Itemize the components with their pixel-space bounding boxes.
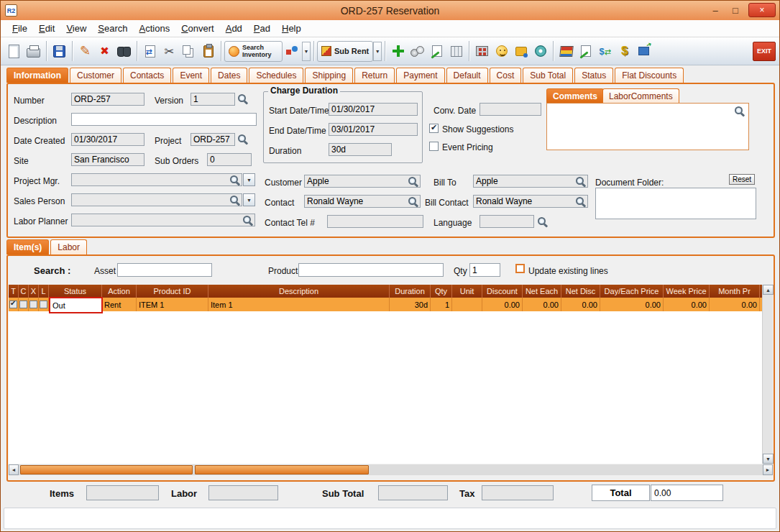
cell-unit[interactable] bbox=[452, 298, 482, 311]
money-button[interactable] bbox=[615, 41, 634, 62]
event-pricing-checkbox[interactable] bbox=[429, 142, 439, 151]
cell-action[interactable]: Rent bbox=[102, 298, 137, 311]
cut-button[interactable]: ✂ bbox=[160, 41, 179, 62]
horizontal-scrollbar[interactable] bbox=[9, 464, 773, 475]
status-cell-editor[interactable]: Out bbox=[49, 297, 103, 313]
scroll-down-icon[interactable] bbox=[763, 454, 774, 464]
search-inventory-button[interactable]: Search Inventory bbox=[224, 41, 283, 62]
customer-search-icon[interactable] bbox=[408, 176, 418, 187]
vertical-scrollbar[interactable] bbox=[762, 285, 773, 464]
asset-input[interactable] bbox=[117, 263, 212, 277]
labor-planner-field[interactable] bbox=[71, 214, 255, 226]
sales-person-search-icon[interactable] bbox=[229, 195, 240, 206]
paste-button[interactable] bbox=[198, 41, 218, 62]
customer-field[interactable] bbox=[304, 175, 421, 188]
tab-labor-comments[interactable]: LaborComments bbox=[602, 88, 679, 103]
find-button[interactable] bbox=[114, 41, 134, 62]
project-search-icon[interactable] bbox=[237, 134, 248, 145]
sales-person-field[interactable] bbox=[71, 193, 242, 206]
tab-shipping[interactable]: Shipping bbox=[305, 68, 353, 83]
comments-search-icon[interactable] bbox=[734, 106, 745, 116]
disc-button[interactable] bbox=[531, 41, 550, 62]
contact-field[interactable] bbox=[304, 195, 421, 208]
bill-contact-search-icon[interactable] bbox=[575, 196, 586, 207]
version-field[interactable] bbox=[191, 93, 235, 106]
header-cell[interactable]: L bbox=[39, 285, 49, 298]
handtruck-button[interactable] bbox=[511, 41, 531, 62]
header-cell[interactable]: Description bbox=[208, 285, 390, 298]
header-cell[interactable]: T bbox=[9, 285, 19, 298]
cell-day-each-price[interactable]: 0.00 bbox=[600, 298, 664, 311]
tab-customer[interactable]: Customer bbox=[70, 68, 121, 83]
duration-field[interactable] bbox=[329, 143, 392, 156]
menu-convert[interactable]: Convert bbox=[175, 22, 220, 35]
tab-return[interactable]: Return bbox=[354, 68, 395, 83]
delete-button[interactable] bbox=[95, 41, 114, 62]
menu-view[interactable]: View bbox=[60, 22, 92, 35]
cell-qty[interactable]: 1 bbox=[431, 298, 452, 311]
currency-exchange-button[interactable] bbox=[595, 41, 615, 62]
header-cell[interactable]: Day/Each Price bbox=[600, 285, 664, 298]
copy-button[interactable] bbox=[179, 41, 198, 62]
row-check-l[interactable] bbox=[40, 301, 47, 308]
sub-rent-button[interactable]: Sub Rent bbox=[317, 41, 373, 62]
header-cell[interactable]: X bbox=[29, 285, 39, 298]
sales-person-dropdown[interactable] bbox=[243, 193, 255, 206]
new-document-button[interactable] bbox=[4, 41, 24, 62]
menu-help[interactable]: Help bbox=[276, 22, 307, 35]
item-types-button[interactable] bbox=[283, 41, 302, 62]
tab-items[interactable]: Item(s) bbox=[6, 239, 49, 254]
shipping-button[interactable] bbox=[634, 41, 653, 62]
tab-event[interactable]: Event bbox=[173, 68, 209, 83]
sub-rent-dropdown[interactable] bbox=[373, 42, 382, 61]
tab-payment[interactable]: Payment bbox=[396, 68, 444, 83]
bill-to-field[interactable] bbox=[473, 175, 588, 188]
date-created-field[interactable] bbox=[71, 133, 144, 146]
maximize-button[interactable]: □ bbox=[728, 5, 743, 16]
header-cell[interactable]: Status bbox=[49, 285, 102, 298]
project-mgr-search-icon[interactable] bbox=[229, 175, 240, 185]
convert-button[interactable] bbox=[140, 41, 160, 62]
pad-edit-button[interactable] bbox=[576, 41, 595, 62]
bill-to-search-icon[interactable] bbox=[575, 176, 586, 187]
menu-edit[interactable]: Edit bbox=[33, 22, 60, 35]
item-types-dropdown[interactable] bbox=[302, 42, 311, 61]
header-cell[interactable]: Unit bbox=[452, 285, 482, 298]
header-cell[interactable]: Qty bbox=[431, 285, 452, 298]
scroll-left-icon[interactable] bbox=[9, 464, 19, 475]
contact-tel-field[interactable] bbox=[327, 215, 423, 228]
cell-product-id[interactable]: ITEM 1 bbox=[137, 298, 208, 311]
tab-dates[interactable]: Dates bbox=[211, 68, 247, 83]
cell-net-each[interactable]: 0.00 bbox=[523, 298, 561, 311]
site-field[interactable] bbox=[71, 153, 144, 166]
warehouse-button[interactable] bbox=[472, 41, 492, 62]
product-input[interactable] bbox=[298, 263, 444, 277]
tab-schedules[interactable]: Schedules bbox=[249, 68, 303, 83]
qty-input[interactable] bbox=[469, 263, 500, 277]
update-lines-checkbox[interactable] bbox=[515, 264, 525, 273]
notes-button[interactable] bbox=[427, 41, 446, 62]
project-mgr-dropdown[interactable] bbox=[243, 173, 255, 186]
labor-planner-search-icon[interactable] bbox=[242, 215, 253, 226]
tab-status[interactable]: Status bbox=[574, 68, 613, 83]
scroll-up-icon[interactable] bbox=[763, 285, 774, 295]
tab-default[interactable]: Default bbox=[446, 68, 488, 83]
project-mgr-field[interactable] bbox=[71, 173, 242, 186]
catalog-button[interactable] bbox=[556, 41, 576, 62]
table-row[interactable]: Rent ITEM 1 Item 1 30d 1 0.00 0.00 0.00 … bbox=[9, 298, 762, 311]
document-folder-textarea[interactable] bbox=[595, 188, 756, 219]
kit-button[interactable] bbox=[408, 41, 427, 62]
header-cell[interactable]: Net Each bbox=[523, 285, 561, 298]
save-button[interactable] bbox=[50, 41, 69, 62]
add-item-button[interactable] bbox=[388, 41, 408, 62]
cell-discount[interactable]: 0.00 bbox=[482, 298, 523, 311]
header-cell[interactable]: Discount bbox=[482, 285, 523, 298]
row-check-x[interactable] bbox=[29, 301, 37, 308]
menu-file[interactable]: File bbox=[6, 22, 33, 35]
bill-contact-field[interactable] bbox=[473, 195, 588, 208]
contact-search-icon[interactable] bbox=[408, 196, 418, 207]
tab-labor[interactable]: Labor bbox=[50, 239, 87, 254]
grid-button[interactable] bbox=[446, 41, 466, 62]
row-check-t[interactable] bbox=[9, 301, 17, 308]
comments-textarea[interactable] bbox=[546, 103, 749, 150]
